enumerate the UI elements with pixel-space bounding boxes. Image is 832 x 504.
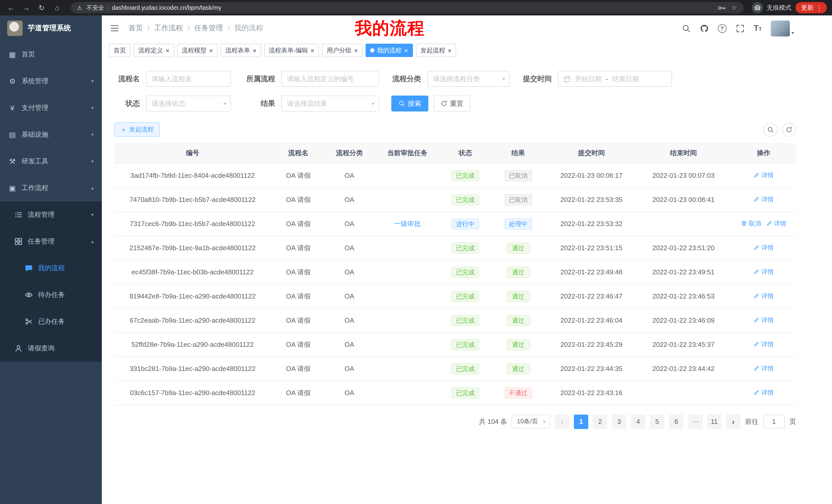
tab-home[interactable]: 首页 bbox=[109, 44, 131, 57]
detail-action[interactable]: 详情 bbox=[754, 388, 774, 397]
forward-icon[interactable]: → bbox=[21, 2, 32, 13]
page-button-11[interactable]: 11 bbox=[707, 414, 722, 429]
help-icon[interactable]: ? bbox=[718, 24, 726, 33]
detail-action[interactable]: 详情 bbox=[754, 316, 774, 325]
cell-submit-time: 2022-01-23 00:06:17 bbox=[547, 163, 636, 188]
sidebar-item-leave-query[interactable]: 请假查询 bbox=[0, 335, 102, 362]
sidebar-item-devtools[interactable]: ⚒研发工具▾ bbox=[0, 148, 102, 175]
avatar[interactable] bbox=[771, 20, 790, 36]
tab-user-group[interactable]: 用户分组× bbox=[322, 44, 363, 57]
sidebar-item-infrastructure[interactable]: ▤基础设施▾ bbox=[0, 121, 102, 148]
tab-start-process[interactable]: 发起流程× bbox=[416, 44, 456, 57]
date-separator: - bbox=[606, 75, 608, 83]
page-size-select[interactable]: 10条/页▾ bbox=[512, 415, 550, 428]
detail-action[interactable]: 详情 bbox=[766, 219, 786, 228]
tab-process-form[interactable]: 流程表单× bbox=[220, 44, 261, 57]
close-icon[interactable]: × bbox=[209, 47, 213, 54]
page-button-4[interactable]: 4 bbox=[631, 414, 645, 429]
url-text[interactable]: dashboard.yudao.iocoder.cn/bpm/task/my bbox=[112, 5, 222, 11]
cell-id: 2152467e-7b9b-11ec-9a1b-acde48001122 bbox=[114, 236, 271, 260]
table-search-button[interactable] bbox=[763, 122, 778, 136]
tab-my-process[interactable]: 我的流程× bbox=[366, 44, 413, 57]
submit-time-range-picker[interactable]: 开始日期 - 结束日期 bbox=[558, 71, 672, 87]
security-label[interactable]: 不安全 bbox=[86, 4, 104, 11]
cell-process-name: OA 请假 bbox=[271, 284, 326, 308]
tab-process-model[interactable]: 流程模型× bbox=[177, 44, 217, 57]
close-icon[interactable]: × bbox=[404, 47, 408, 54]
sidebar-item-task-mgmt[interactable]: 任务管理▴ bbox=[0, 228, 102, 255]
hamburger-icon[interactable] bbox=[110, 24, 119, 33]
prev-page-button[interactable]: ‹ bbox=[555, 414, 569, 429]
close-icon[interactable]: × bbox=[448, 47, 451, 54]
category-select[interactable]: 请选择流程分类 ▾ bbox=[427, 71, 510, 87]
search-button[interactable]: 搜索 bbox=[391, 95, 428, 111]
tab-process-form-edit[interactable]: 流程表单-编辑× bbox=[264, 44, 319, 57]
breadcrumb-item[interactable]: 首页 bbox=[129, 24, 143, 33]
page-button-6[interactable]: 6 bbox=[669, 414, 683, 429]
breadcrumb-item[interactable]: 工作流程 bbox=[154, 24, 183, 33]
reload-icon[interactable]: ↻ bbox=[36, 2, 47, 13]
browser-home-icon[interactable]: ⌂ bbox=[51, 2, 63, 13]
sidebar-item-system[interactable]: ⚙系统管理▾ bbox=[0, 68, 102, 94]
sidebar-item-home[interactable]: ▦首页 bbox=[0, 41, 102, 68]
search-icon[interactable] bbox=[682, 24, 690, 33]
date-end-placeholder: 结束日期 bbox=[612, 74, 639, 83]
table-toolbar: + 发起流程 bbox=[102, 120, 832, 137]
breadcrumb-item[interactable]: 任务管理 bbox=[194, 24, 223, 33]
url-bar[interactable]: ⚠ 不安全 dashboard.yudao.iocoder.cn/bpm/tas… bbox=[71, 2, 744, 13]
cell-id: 331bc281-7b9a-11ec-a290-acde48001122 bbox=[114, 357, 271, 381]
detail-action[interactable]: 详情 bbox=[754, 268, 774, 276]
password-key-icon[interactable] bbox=[717, 3, 726, 12]
detail-action[interactable]: 详情 bbox=[754, 340, 774, 349]
sidebar-item-done-tasks[interactable]: 已办任务 bbox=[0, 308, 102, 335]
goto-page-input[interactable] bbox=[763, 415, 785, 428]
start-process-button[interactable]: + 发起流程 bbox=[114, 122, 160, 137]
result-select[interactable]: 请选择流结果 ▾ bbox=[281, 95, 379, 111]
font-size-icon[interactable]: TT bbox=[754, 24, 762, 33]
page-button-5[interactable]: 5 bbox=[650, 414, 665, 429]
owner-process-input[interactable] bbox=[281, 71, 379, 87]
page-button-1[interactable]: 1 bbox=[574, 414, 588, 429]
chevron-down-icon: ▾ bbox=[91, 105, 94, 110]
status-select[interactable]: 请选择状态 ▾ bbox=[146, 95, 231, 111]
bookmark-star-icon[interactable]: ☆ bbox=[730, 3, 738, 12]
close-icon[interactable]: × bbox=[311, 47, 314, 54]
reset-button[interactable]: 重置 bbox=[434, 95, 470, 111]
page-ellipsis[interactable]: ··· bbox=[688, 414, 702, 429]
start-process-label: 发起流程 bbox=[129, 125, 154, 134]
sidebar-item-process-mgmt[interactable]: 流程管理▾ bbox=[0, 201, 102, 228]
more-menu-icon[interactable]: ⋮ bbox=[816, 4, 823, 11]
update-button[interactable]: 更新 ⋮ bbox=[796, 2, 827, 13]
edit-icon bbox=[754, 245, 760, 251]
cancel-action[interactable]: 取消 bbox=[741, 219, 761, 228]
fullscreen-icon[interactable] bbox=[735, 24, 744, 33]
close-icon[interactable]: × bbox=[354, 47, 358, 54]
github-icon[interactable] bbox=[700, 24, 708, 33]
current-task-link[interactable]: 一级审批 bbox=[394, 220, 421, 227]
table-row: 52ffd28e-7b9a-11ec-a290-acde48001122OA 请… bbox=[114, 332, 796, 357]
detail-action[interactable]: 详情 bbox=[754, 195, 774, 204]
detail-action[interactable]: 详情 bbox=[754, 244, 774, 252]
next-page-button[interactable]: › bbox=[726, 414, 740, 429]
close-icon[interactable]: × bbox=[253, 47, 256, 54]
cell-category: OA bbox=[326, 188, 373, 212]
sidebar-item-label: 系统管理 bbox=[22, 77, 48, 86]
sidebar-item-workflow[interactable]: ▣工作流程▴ bbox=[0, 175, 102, 201]
detail-action[interactable]: 详情 bbox=[754, 171, 774, 180]
search-icon bbox=[398, 100, 405, 107]
table-refresh-button[interactable] bbox=[782, 122, 796, 136]
back-icon[interactable]: ← bbox=[5, 2, 17, 13]
close-icon[interactable]: × bbox=[165, 47, 170, 54]
cell-process-name: OA 请假 bbox=[271, 381, 326, 405]
tab-process-definition[interactable]: 流程定义× bbox=[134, 44, 174, 57]
detail-action[interactable]: 详情 bbox=[754, 292, 774, 301]
sidebar-item-todo-tasks[interactable]: 待办任务 bbox=[0, 282, 102, 308]
process-name-input[interactable] bbox=[146, 71, 231, 87]
page-button-3[interactable]: 3 bbox=[612, 414, 626, 429]
page-button-2[interactable]: 2 bbox=[593, 414, 607, 429]
table-head: 编号流程名流程分类当前审批任务状态结果提交时间结束时间操作 bbox=[114, 143, 796, 163]
detail-action[interactable]: 详情 bbox=[754, 364, 774, 373]
cell-status: 已完成 bbox=[441, 308, 489, 332]
sidebar-item-my-process[interactable]: 我的流程 bbox=[0, 255, 102, 282]
sidebar-item-payment[interactable]: ¥支付管理▾ bbox=[0, 94, 102, 121]
